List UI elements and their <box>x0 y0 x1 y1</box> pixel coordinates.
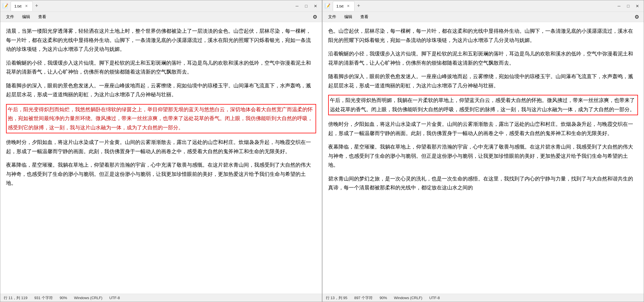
left-p2-text: 沿着蜿蜒的小径，我缓缓步入这片仙境。脚下是松软的泥土和五彩斑斓的落叶，耳边是鸟儿… <box>6 60 311 75</box>
right-add-tab[interactable]: + <box>355 2 363 10</box>
left-paragraph-3: 随着脚步的深入，眼前的景色愈发迷人。一座座山峰拔地而起，云雾缭绕，宛如仙境中的琼… <box>6 81 316 99</box>
right-paragraph-2: 沿着蜿蜒的小径，我缓缓步入这片仙境。脚下是松软的泥土和五彩斑斓的落叶，耳边是鸟儿… <box>328 49 638 68</box>
right-p4-text: 午后，阳光变得炽热而明媚，我躺在一片柔软的草地上，仰望蓝天白云，感受着大自然的怀… <box>330 97 635 112</box>
left-paragraph-6: 夜幕降临，星空璀璨。我躺在草地上，仰望着那片浩瀚的宇宙，心中充满了敬畏与感慨。在… <box>6 161 316 188</box>
left-p3-text: 随着脚步的深入，眼前的景色愈发迷人。一座座山峰拔地而起，云雾缭绕，宛如仙境中的琼… <box>6 83 311 98</box>
left-window-controls: ─ □ ✕ <box>293 3 320 9</box>
left-close-button[interactable]: ✕ <box>312 3 320 9</box>
left-paragraph-4: 午后，阳光变得炽烈而灿烂，我悠然躺卧在绵软的绿茵之上，举目仰望那无垠的蓝天与悠悠… <box>6 104 316 134</box>
left-status-line-ending: Windows (CRLF) <box>74 296 103 300</box>
right-p7-text: 碧水青山间的梦幻之旅，是一次心灵的洗礼，也是一次生命的感悟。在这里，我找到了内心… <box>328 176 633 191</box>
right-p5-text: 傍晚时分，夕阳如血，将这片山水染成了一片金黄。山间的云雾渐渐散去，露出了远处的山… <box>328 121 633 136</box>
left-text-content: 清晨，当第一缕阳光穿透薄雾，轻轻洒在这片土地上时，整个世界仿佛都被染上了一层淡淡… <box>6 27 316 289</box>
right-paragraph-5: 傍晚时分，夕阳如血，将这片山水染成了一片金黄。山间的云雾渐渐散去，露出了远处的山… <box>328 120 638 138</box>
left-statusbar: 行 11，列 119 931 个字符 90% Windows (CRLF) UT… <box>0 294 322 302</box>
right-settings-icon[interactable]: ⚙ <box>632 13 641 21</box>
left-p6-text: 夜幕降临，星空璀璨。我躺在草地上，仰望着那片浩瀚的宇宙，心中充满了敬畏与感慨。在… <box>6 162 311 186</box>
left-paragraph-2: 沿着蜿蜒的小径，我缓缓步入这片仙境。脚下是松软的泥土和五彩斑斓的落叶，耳边是鸟儿… <box>6 59 316 77</box>
right-tab-close[interactable]: ✕ <box>346 3 351 9</box>
right-status-line-col: 行 13，列 95 <box>326 295 347 301</box>
right-menubar: 文件 编辑 查看 ⚙ <box>322 12 644 22</box>
right-p1-text: 色。山峦起伏，层林尽染，每一棵树，每一片叶，都在这柔和的光线中显得格外生动。山脚… <box>328 28 633 43</box>
right-status-line-ending: Windows (CRLF) <box>394 296 422 300</box>
right-paragraph-4: 午后，阳光变得炽热而明媚，我躺在一片柔软的草地上，仰望蓝天白云，感受着大自然的怀… <box>328 95 638 115</box>
left-tab-label: 1.txt <box>14 4 22 8</box>
left-status-char-count: 931 个字符 <box>34 295 53 301</box>
right-window-controls: ─ □ ✕ <box>615 3 641 9</box>
right-status-zoom: 90% <box>380 296 387 300</box>
left-status-zoom: 90% <box>60 296 67 300</box>
left-content-area: 清晨，当第一缕阳光穿透薄雾，轻轻洒在这片土地上时，整个世界仿佛都被染上了一层淡淡… <box>0 22 322 294</box>
left-tab[interactable]: 1.txt ✕ <box>11 1 33 11</box>
left-settings-icon[interactable]: ⚙ <box>310 13 320 21</box>
left-paragraph-1: 清晨，当第一缕阳光穿透薄雾，轻轻洒在这片土地上时，整个世界仿佛都被染上了一层淡淡… <box>6 27 316 54</box>
right-menu-file[interactable]: 文件 <box>325 13 340 21</box>
right-p3-text: 随着脚步的深入，眼前的景色愈发迷人。一座座山峰拔地而起，云雾缭绕，宛如仙境中的琼… <box>328 74 633 89</box>
left-app-icon: 📝 <box>3 3 8 9</box>
left-menu-view[interactable]: 查看 <box>35 13 50 21</box>
right-status-encoding: UTF-8 <box>429 296 440 300</box>
left-titlebar: 📝 1.txt ✕ + ─ □ ✕ <box>0 0 322 12</box>
left-menu-edit[interactable]: 编辑 <box>19 13 34 21</box>
right-app-icon: 📝 <box>325 3 330 9</box>
left-menu-file[interactable]: 文件 <box>3 13 18 21</box>
right-minimize-button[interactable]: ─ <box>615 3 623 9</box>
right-paragraph-7: 碧水青山间的梦幻之旅，是一次心灵的洗礼，也是一次生命的感悟。在这里，我找到了内心… <box>328 174 638 193</box>
right-p2-text: 沿着蜿蜒的小径，我缓缓步入这片仙境。脚下是松软的泥土和五彩斑斓的落叶，耳边是鸟儿… <box>328 51 633 66</box>
right-maximize-button[interactable]: □ <box>624 3 632 9</box>
right-tab-label: 1.txt <box>336 4 344 8</box>
right-p6-text: 夜幕降临，星空璀璨。我躺在草地上，仰望着那片浩瀚的宇宙，心中充满了敬畏与感慨。在… <box>328 144 633 168</box>
left-p5-text: 傍晚时分，夕阳如血，将这片山水染成了一片金黄。山间的云雾渐渐散去，露出了远处的山… <box>6 139 311 154</box>
right-statusbar: 行 13，列 95 897 个字符 90% Windows (CRLF) UTF… <box>322 294 644 302</box>
right-paragraph-1: 色。山峦起伏，层林尽染，每一棵树，每一片叶，都在这柔和的光线中显得格外生动。山脚… <box>328 27 638 45</box>
right-content-area: 色。山峦起伏，层林尽染，每一棵树，每一片叶，都在这柔和的光线中显得格外生动。山脚… <box>322 22 644 294</box>
right-tab[interactable]: 1.txt ✕ <box>333 1 355 11</box>
left-menubar: 文件 编辑 查看 ⚙ <box>0 12 322 22</box>
left-status-encoding: UTF-8 <box>109 296 120 300</box>
right-menu-edit[interactable]: 编辑 <box>341 13 356 21</box>
right-paragraph-6: 夜幕降临，星空璀璨。我躺在草地上，仰望着那片浩瀚的宇宙，心中充满了敬畏与感慨。在… <box>328 143 638 170</box>
right-window: 📝 1.txt ✕ + ─ □ ✕ 文件 编辑 查看 ⚙ 色。山峦起伏，层林尽染… <box>322 0 644 302</box>
left-p4-text: 午后，阳光变得炽烈而灿烂，我悠然躺卧在绵软的绿茵之上，举目仰望那无垠的蓝天与悠悠… <box>8 107 313 130</box>
left-paragraph-5: 傍晚时分，夕阳如血，将这片山水染成了一片金黄。山间的云雾渐渐散去，露出了远处的山… <box>6 138 316 156</box>
right-text-content: 色。山峦起伏，层林尽染，每一棵树，每一片叶，都在这柔和的光线中显得格外生动。山脚… <box>328 27 638 289</box>
left-maximize-button[interactable]: □ <box>302 3 310 9</box>
right-paragraph-3: 随着脚步的深入，眼前的景色愈发迷人。一座座山峰拔地而起，云雾缭绕，宛如仙境中的琼… <box>328 72 638 90</box>
right-titlebar: 📝 1.txt ✕ + ─ □ ✕ <box>322 0 644 12</box>
right-menu-view[interactable]: 查看 <box>357 13 372 21</box>
right-close-button[interactable]: ✕ <box>633 3 641 9</box>
left-p1-text: 清晨，当第一缕阳光穿透薄雾，轻轻洒在这片土地上时，整个世界仿佛都被染上了一层淡淡… <box>6 28 311 52</box>
left-tab-close[interactable]: ✕ <box>24 3 29 9</box>
left-add-tab[interactable]: + <box>33 2 41 10</box>
left-status-line-col: 行 11，列 119 <box>4 295 27 301</box>
right-status-char-count: 897 个字符 <box>354 295 373 301</box>
left-minimize-button[interactable]: ─ <box>293 3 301 9</box>
left-window: 📝 1.txt ✕ + ─ □ ✕ 文件 编辑 查看 ⚙ 清晨，当第一缕阳光穿透… <box>0 0 322 302</box>
